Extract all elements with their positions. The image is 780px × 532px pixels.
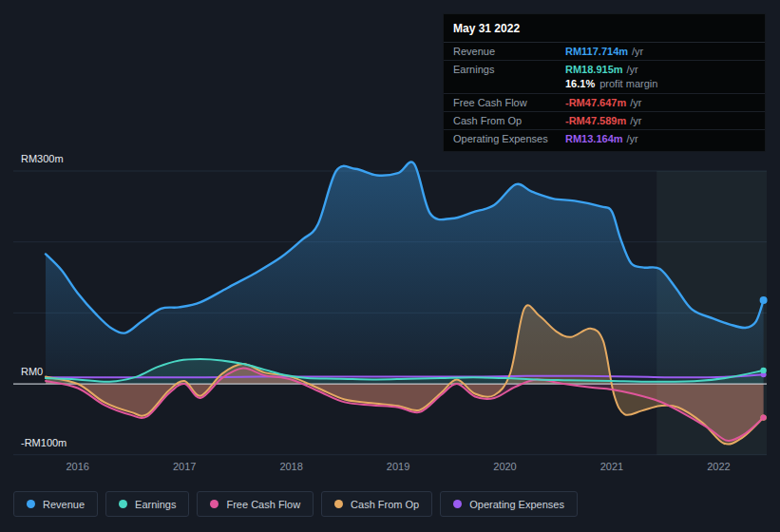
legend-item-free-cash-flow[interactable]: Free Cash Flow <box>197 491 314 517</box>
x-axis-label: 2021 <box>600 461 623 472</box>
tooltip-row-operating-expenses: Operating Expenses RM13.164m/yr <box>444 129 765 147</box>
revenue-area <box>46 162 764 384</box>
legend-dot-earnings <box>119 500 127 508</box>
legend-item-operating-expenses[interactable]: Operating Expenses <box>440 491 578 517</box>
tooltip-label: Earnings <box>453 64 565 75</box>
free-cash-flow-end-dot <box>761 415 767 421</box>
legend-item-revenue[interactable]: Revenue <box>13 491 98 517</box>
tooltip-date: May 31 2022 <box>444 14 765 43</box>
tooltip-value: RM117.714m/yr <box>565 46 755 57</box>
earnings-end-dot <box>760 368 766 373</box>
tooltip-label: Free Cash Flow <box>453 97 565 108</box>
legend-item-earnings[interactable]: Earnings <box>105 491 189 517</box>
y-axis-label: -RM100m <box>21 437 67 448</box>
tooltip-row-free-cash-flow: Free Cash Flow -RM47.647m/yr <box>444 93 765 111</box>
x-axis-label: 2018 <box>279 461 302 472</box>
tooltip-row-profit-margin: 16.1%profit margin <box>444 78 765 93</box>
tooltip-label: Revenue <box>453 46 565 57</box>
highlight-band <box>656 171 767 455</box>
y-axis-label: RM0 <box>21 366 43 377</box>
legend-dot-operating-expenses <box>453 500 462 508</box>
legend-dot-free-cash-flow <box>210 500 219 508</box>
legend-dot-revenue <box>27 500 35 508</box>
chart-tooltip: May 31 2022 Revenue RM117.714m/yr Earnin… <box>443 13 766 152</box>
tooltip-row-cash-from-op: Cash From Op -RM47.589m/yr <box>444 111 765 129</box>
y-axis-label: RM300m <box>21 153 64 164</box>
legend-label: Operating Expenses <box>469 499 564 510</box>
tooltip-row-revenue: Revenue RM117.714m/yr <box>444 43 765 60</box>
x-axis-label: 2020 <box>493 461 516 472</box>
chart-legend: Revenue Earnings Free Cash Flow Cash Fro… <box>13 491 578 517</box>
tooltip-value: -RM47.589m/yr <box>565 115 755 126</box>
x-axis-label: 2017 <box>173 461 196 472</box>
revenue-end-dot <box>760 296 768 304</box>
tooltip-value: 16.1%profit margin <box>565 78 755 89</box>
tooltip-label: Cash From Op <box>453 115 565 126</box>
tooltip-value: -RM47.647m/yr <box>565 97 755 108</box>
tooltip-label: Operating Expenses <box>453 133 565 144</box>
legend-label: Earnings <box>135 499 176 510</box>
x-axis-label: 2019 <box>387 461 409 472</box>
tooltip-row-earnings: Earnings RM18.915m/yr <box>444 60 765 78</box>
tooltip-value: RM13.164m/yr <box>565 133 755 144</box>
legend-label: Revenue <box>43 499 85 510</box>
legend-dot-cash-from-op <box>334 500 343 508</box>
legend-item-cash-from-op[interactable]: Cash From Op <box>321 491 432 517</box>
x-axis-label: 2016 <box>66 461 88 472</box>
legend-label: Free Cash Flow <box>226 499 300 510</box>
legend-label: Cash From Op <box>351 499 419 510</box>
tooltip-value: RM18.915m/yr <box>565 64 755 75</box>
x-axis-label: 2022 <box>707 461 730 472</box>
chart-panel: RM300mRM0-RM100m201620172018201920202021… <box>0 0 780 532</box>
